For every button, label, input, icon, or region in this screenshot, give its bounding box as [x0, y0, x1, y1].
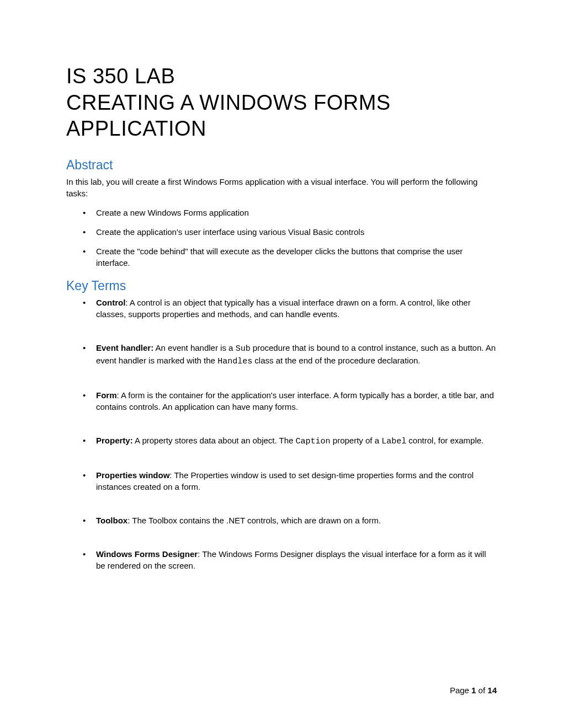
- list-item: Windows Forms Designer: The Windows Form…: [66, 548, 497, 571]
- list-item: Create the application's user interface …: [66, 226, 497, 238]
- abstract-heading: Abstract: [66, 158, 497, 173]
- page-of: of: [476, 686, 487, 695]
- term-mid: property of a: [331, 436, 382, 445]
- list-item: Control: A control is an object that typ…: [66, 297, 497, 320]
- term-name: Event handler:: [96, 343, 153, 352]
- document-title: IS 350 LAB CREATING A WINDOWS FORMS APPL…: [66, 63, 497, 142]
- page-total: 14: [487, 686, 497, 695]
- term-colon: :: [125, 298, 130, 307]
- list-item: Toolbox: The Toolbox contains the .NET c…: [66, 515, 497, 526]
- term-colon: :: [198, 549, 202, 559]
- term-pre: An event handler is a: [156, 343, 236, 352]
- list-item: Event handler: An event handler is a Sub…: [66, 342, 497, 367]
- term-code: Caption: [296, 437, 331, 446]
- term-code: Label: [381, 437, 406, 446]
- term-colon: :: [117, 390, 121, 400]
- keyterms-heading: Key Terms: [66, 279, 497, 293]
- term-desc: A form is the container for the applicat…: [96, 390, 494, 411]
- list-item: Create a new Windows Forms application: [66, 207, 497, 218]
- term-name: Properties window: [96, 470, 169, 480]
- term-name: Toolbox: [96, 516, 128, 525]
- term-name: Property:: [96, 436, 133, 445]
- list-item: Properties window: The Properties window…: [66, 469, 497, 493]
- abstract-intro: In this lab, you will create a first Win…: [66, 176, 497, 199]
- list-item: Form: A form is the container for the ap…: [66, 389, 497, 413]
- term-name: Form: [96, 390, 117, 400]
- page-footer: Page 1 of 14: [450, 686, 497, 695]
- term-desc: The Toolbox contains the .NET controls, …: [132, 516, 381, 525]
- term-pre: A property stores data about an object. …: [135, 436, 296, 445]
- list-item: Property: A property stores data about a…: [66, 435, 497, 447]
- term-post: control, for example.: [406, 436, 484, 445]
- list-item: Create the "code behind" that will execu…: [66, 245, 497, 269]
- term-post: class at the end of the procedure declar…: [252, 356, 420, 365]
- title-line-1: IS 350 LAB: [66, 63, 497, 90]
- term-desc: A control is an object that typically ha…: [96, 298, 471, 319]
- abstract-task-list: Create a new Windows Forms application C…: [66, 207, 497, 269]
- term-name: Windows Forms Designer: [96, 549, 198, 559]
- keyterms-list: Control: A control is an object that typ…: [66, 297, 497, 571]
- term-code: Sub: [236, 344, 251, 354]
- title-line-2: CREATING A WINDOWS FORMS APPLICATION: [66, 90, 497, 142]
- term-code: Handles: [217, 357, 252, 366]
- page-label: Page: [450, 686, 471, 695]
- term-name: Control: [96, 298, 125, 307]
